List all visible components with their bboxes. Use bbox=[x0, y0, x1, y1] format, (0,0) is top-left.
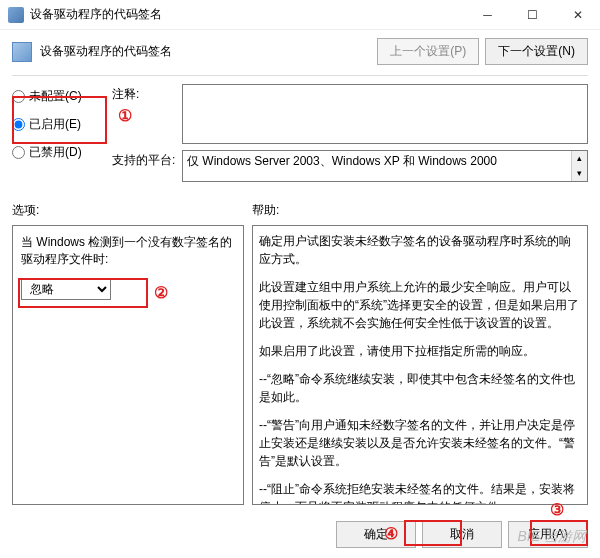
platform-box: 仅 Windows Server 2003、Windows XP 和 Windo… bbox=[182, 150, 588, 182]
radio-disabled-input[interactable] bbox=[12, 146, 25, 159]
close-button[interactable]: ✕ bbox=[555, 0, 600, 30]
scroll-up-icon[interactable]: ▴ bbox=[571, 151, 587, 166]
radio-column: 未配置(C) 已启用(E) 已禁用(D) bbox=[12, 84, 102, 188]
platform-value: 仅 Windows Server 2003、Windows XP 和 Windo… bbox=[187, 153, 583, 170]
window-controls: ─ ☐ ✕ bbox=[465, 0, 600, 30]
radio-not-configured-label: 未配置(C) bbox=[29, 88, 82, 105]
help-panel: 确定用户试图安装未经数字签名的设备驱动程序时系统的响应方式。 此设置建立组中用户… bbox=[252, 225, 588, 505]
options-prompt: 当 Windows 检测到一个没有数字签名的驱动程序文件时: bbox=[21, 234, 235, 268]
action-dropdown-wrap: 忽略 bbox=[21, 278, 235, 300]
footer-buttons: 确定 取消 应用(A) bbox=[336, 521, 588, 548]
radio-not-configured[interactable]: 未配置(C) bbox=[12, 84, 102, 108]
titlebar-title: 设备驱动程序的代码签名 bbox=[30, 6, 465, 23]
cancel-button[interactable]: 取消 bbox=[422, 521, 502, 548]
radio-disabled[interactable]: 已禁用(D) bbox=[12, 140, 102, 164]
app-icon bbox=[8, 7, 24, 23]
minimize-button[interactable]: ─ bbox=[465, 0, 510, 30]
apply-button[interactable]: 应用(A) bbox=[508, 521, 588, 548]
prev-setting-button[interactable]: 上一个设置(P) bbox=[377, 38, 479, 65]
radio-enabled-input[interactable] bbox=[12, 118, 25, 131]
page-title: 设备驱动程序的代码签名 bbox=[40, 43, 377, 60]
platform-label: 支持的平台: bbox=[112, 150, 182, 169]
help-text: 如果启用了此设置，请使用下拉框指定所需的响应。 bbox=[259, 342, 581, 360]
radio-enabled-label: 已启用(E) bbox=[29, 116, 81, 133]
next-setting-button[interactable]: 下一个设置(N) bbox=[485, 38, 588, 65]
maximize-button[interactable]: ☐ bbox=[510, 0, 555, 30]
divider bbox=[12, 75, 588, 76]
radio-disabled-label: 已禁用(D) bbox=[29, 144, 82, 161]
ok-button[interactable]: 确定 bbox=[336, 521, 416, 548]
radio-enabled[interactable]: 已启用(E) bbox=[12, 112, 102, 136]
radio-not-configured-input[interactable] bbox=[12, 90, 25, 103]
help-text: 确定用户试图安装未经数字签名的设备驱动程序时系统的响应方式。 bbox=[259, 232, 581, 268]
help-text: 此设置建立组中用户系统上允许的最少安全响应。用户可以使用控制面板中的“系统”选择… bbox=[259, 278, 581, 332]
help-text: --“忽略”命令系统继续安装，即使其中包含未经签名的文件也是如此。 bbox=[259, 370, 581, 406]
titlebar: 设备驱动程序的代码签名 ─ ☐ ✕ bbox=[0, 0, 600, 30]
action-dropdown[interactable]: 忽略 bbox=[21, 278, 111, 300]
config-area: 未配置(C) 已启用(E) 已禁用(D) 注释: 支持的平台: 仅 Window… bbox=[12, 84, 588, 188]
comment-label: 注释: bbox=[112, 84, 182, 103]
options-panel: 当 Windows 检测到一个没有数字签名的驱动程序文件时: 忽略 bbox=[12, 225, 244, 505]
help-label: 帮助: bbox=[252, 202, 588, 219]
options-label: 选项: bbox=[12, 202, 252, 219]
header: 设备驱动程序的代码签名 上一个设置(P) 下一个设置(N) bbox=[12, 38, 588, 65]
policy-icon bbox=[12, 42, 32, 62]
help-text: --“警告”向用户通知未经数字签名的文件，并让用户决定是停止安装还是继续安装以及… bbox=[259, 416, 581, 470]
lower-panels: 当 Windows 检测到一个没有数字签名的驱动程序文件时: 忽略 确定用户试图… bbox=[12, 225, 588, 505]
scroll-down-icon[interactable]: ▾ bbox=[571, 166, 587, 181]
section-labels: 选项: 帮助: bbox=[12, 202, 588, 219]
help-text: --“阻止”命令系统拒绝安装未经签名的文件。结果是，安装将停止，而且将不安装驱动… bbox=[259, 480, 581, 505]
comment-input[interactable] bbox=[182, 84, 588, 144]
